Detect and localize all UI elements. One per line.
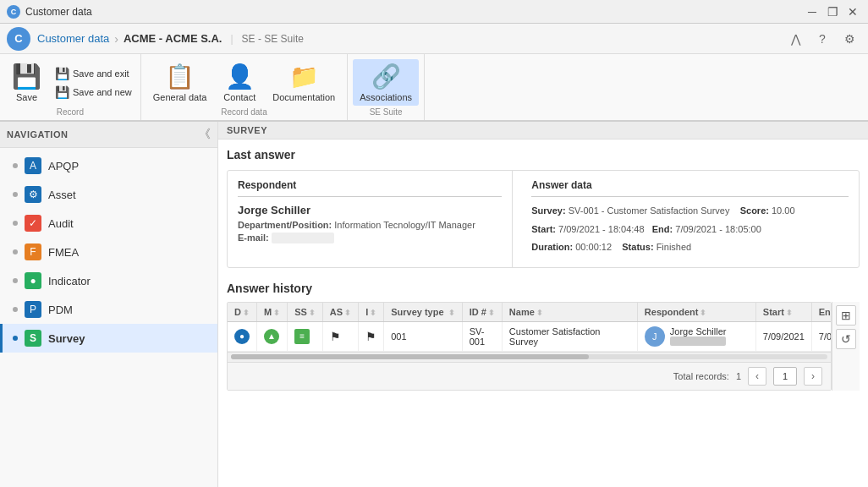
history-table-container: D⬍ M⬍ SS⬍ AS⬍ I⬍ Survey type ⬍ ID #⬍ — [227, 302, 832, 391]
pdm-icon: P — [25, 301, 41, 318]
respondent-email-blurred — [670, 337, 727, 346]
sidebar-item-apqp[interactable]: A APQP — [0, 151, 217, 180]
sidebar-label-fmea: FMEA — [48, 246, 79, 259]
col-d-label: D — [234, 307, 241, 317]
history-table: D⬍ M⬍ SS⬍ AS⬍ I⬍ Survey type ⬍ ID #⬍ — [228, 303, 832, 352]
main-layout: NAVIGATION 《 A APQP ⚙ Asset ✓ Audit F — [0, 122, 868, 487]
pager-prev-button[interactable]: ‹ — [748, 367, 766, 386]
horizontal-scrollbar[interactable] — [228, 352, 831, 362]
respondent-avatar: J — [645, 326, 665, 347]
breadcrumb-suite: SE - SE Suite — [242, 33, 304, 45]
sidebar-items: A APQP ⚙ Asset ✓ Audit F FMEA ● — [0, 148, 217, 487]
total-records-value: 1 — [736, 371, 741, 381]
cell-survey-type: 001 — [384, 321, 462, 351]
sidebar-title: NAVIGATION — [7, 129, 68, 140]
answer-dates-row: Start: 7/09/2021 - 18:04:48 End: 7/09/20… — [531, 222, 849, 238]
sidebar-item-fmea[interactable]: F FMEA — [0, 238, 217, 266]
table-row[interactable]: ● ▲ ≡ ⚑ ⚑ 001 SV-001 Customer Satisfacti… — [228, 321, 832, 351]
settings-button[interactable]: ⚙ — [838, 27, 861, 51]
breadcrumb-company: ACME - ACME S.A. — [124, 32, 222, 45]
sidebar-dot-apqp — [13, 163, 18, 168]
general-data-button[interactable]: 📋 General data — [146, 59, 214, 106]
respondent-name: Jorge Schiller — [238, 204, 502, 216]
breadcrumb-divider: | — [230, 33, 233, 45]
sidebar-collapse-button[interactable]: 《 — [199, 127, 211, 142]
documentation-button[interactable]: 📁 Documentation — [266, 59, 342, 106]
associations-button[interactable]: 🔗 Associations — [353, 59, 419, 106]
breadcrumb-separator: › — [114, 32, 118, 46]
survey-icon: S — [25, 330, 41, 347]
respondent-dept-value: Information Tecnology/IT Manager — [334, 220, 475, 230]
ss-doc-icon: ≡ — [294, 329, 310, 344]
pager-next-button[interactable]: › — [804, 367, 822, 386]
col-name: Name⬍ — [502, 303, 637, 322]
respondent-info: Jorge Schiller — [670, 326, 727, 346]
sort-id-icon: ⬍ — [488, 309, 495, 317]
cell-respondent: J Jorge Schiller — [637, 321, 755, 351]
sidebar-item-asset[interactable]: ⚙ Asset — [0, 180, 217, 209]
sort-survey-type-icon: ⬍ — [448, 309, 455, 317]
m-arrow-icon: ▲ — [264, 329, 279, 344]
sidebar-label-survey: Survey — [48, 332, 85, 345]
save-new-button[interactable]: 💾 Save and new — [52, 84, 135, 101]
respondent-email-value — [272, 233, 335, 244]
ribbon-record-data-content: 📋 General data 👤 Contact 📁 Documentation — [146, 57, 343, 107]
fmea-icon: F — [25, 244, 41, 260]
asset-icon: ⚙ — [25, 186, 41, 203]
app-logo: C — [7, 27, 30, 51]
breadcrumb-app[interactable]: Customer data — [37, 32, 109, 45]
sort-as-icon: ⬍ — [344, 309, 351, 317]
ribbon-se-suite-group: 🔗 Associations SE Suite — [348, 54, 425, 120]
record-data-group-label: Record data — [146, 107, 343, 117]
sidebar-item-survey[interactable]: S Survey — [0, 324, 217, 353]
sidebar-label-indicator: Indicator — [48, 275, 91, 287]
scrollbar-thumb — [231, 354, 589, 359]
refresh-button[interactable]: ↺ — [836, 329, 856, 349]
sort-respondent-icon: ⬍ — [700, 309, 706, 317]
content-body: Last answer Respondent Jorge Schiller De… — [218, 140, 868, 487]
sidebar-item-audit[interactable]: ✓ Audit — [0, 209, 217, 238]
save-exit-button[interactable]: 💾 Save and exit — [52, 65, 135, 82]
close-button[interactable]: ✕ — [844, 3, 861, 20]
sort-name-icon: ⬍ — [536, 309, 543, 317]
col-id-label: ID # — [470, 307, 486, 317]
col-survey-type-label: Survey type — [391, 307, 443, 317]
respondent-email: E-mail: — [238, 233, 502, 243]
audit-icon: ✓ — [25, 215, 41, 232]
col-i-label: I — [365, 307, 368, 317]
collapse-button[interactable]: ⋀ — [783, 27, 807, 51]
contact-icon: 👤 — [225, 63, 255, 90]
title-bar: C Customer data ─ ❐ ✕ — [0, 0, 868, 24]
indicator-icon: ● — [25, 272, 41, 289]
col-end-label: End — [819, 307, 832, 317]
ribbon-record-group: 💾 Save 💾 Save and exit 💾 Save and new Re… — [0, 54, 141, 120]
cell-start: 7/09/2021 — [755, 321, 811, 351]
maximize-button[interactable]: ❐ — [824, 3, 841, 20]
content-header: SURVEY — [218, 122, 868, 140]
answer-survey-row: Survey: SV-001 - Customer Satisfaction S… — [531, 204, 849, 219]
export-button[interactable]: ⊞ — [836, 305, 856, 326]
contact-button[interactable]: 👤 Contact — [217, 59, 262, 106]
sidebar-header: NAVIGATION 《 — [0, 122, 217, 148]
sidebar: NAVIGATION 《 A APQP ⚙ Asset ✓ Audit F — [0, 122, 218, 487]
sidebar-item-pdm[interactable]: P PDM — [0, 295, 217, 324]
table-head: D⬍ M⬍ SS⬍ AS⬍ I⬍ Survey type ⬍ ID #⬍ — [228, 303, 832, 322]
respondent-cell: J Jorge Schiller — [645, 326, 749, 347]
save-button[interactable]: 💾 Save — [5, 59, 48, 106]
content-area: SURVEY Last answer Respondent Jorge Schi… — [218, 122, 868, 487]
as-flag-icon: ⚑ — [330, 330, 341, 343]
sidebar-label-pdm: PDM — [48, 304, 73, 316]
col-id: ID #⬍ — [462, 303, 502, 322]
last-answer-title: Last answer — [227, 148, 860, 161]
respondent-panel-title: Respondent — [238, 179, 502, 197]
cell-as: ⚑ — [322, 321, 358, 351]
help-button[interactable]: ? — [810, 27, 834, 51]
sidebar-item-indicator[interactable]: ● Indicator — [0, 266, 217, 295]
col-i: I⬍ — [359, 303, 384, 322]
last-answer-container: Respondent Jorge Schiller Department/Pos… — [227, 170, 860, 268]
answer-start-value: 7/09/2021 - 18:04:48 — [558, 224, 645, 234]
window-title: Customer data — [25, 6, 804, 18]
minimize-button[interactable]: ─ — [804, 3, 821, 20]
ribbon-record-data-group: 📋 General data 👤 Contact 📁 Documentation… — [141, 54, 349, 120]
cell-d: ● — [228, 321, 257, 351]
